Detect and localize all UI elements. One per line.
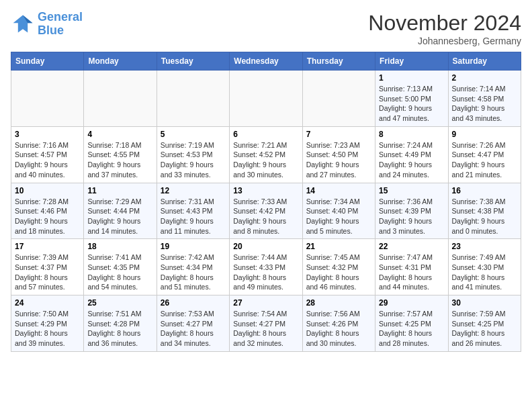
day-number: 6 (233, 130, 298, 139)
day-number: 25 (87, 298, 152, 308)
calendar-cell: 21Sunrise: 7:45 AM Sunset: 4:32 PM Dayli… (302, 239, 375, 295)
calendar-cell: 29Sunrise: 7:57 AM Sunset: 4:25 PM Dayli… (375, 295, 448, 352)
day-info: Sunrise: 7:23 AM Sunset: 4:50 PM Dayligh… (306, 140, 371, 180)
header-saturday: Saturday (448, 52, 521, 71)
calendar-cell (157, 71, 229, 127)
calendar-cell: 28Sunrise: 7:56 AM Sunset: 4:26 PM Dayli… (302, 295, 375, 352)
day-number: 8 (379, 130, 444, 139)
calendar-cell: 18Sunrise: 7:41 AM Sunset: 4:35 PM Dayli… (84, 239, 157, 295)
header-wednesday: Wednesday (230, 52, 302, 71)
calendar-cell: 14Sunrise: 7:34 AM Sunset: 4:40 PM Dayli… (302, 183, 375, 239)
calendar-table: SundayMondayTuesdayWednesdayThursdayFrid… (11, 52, 521, 352)
day-info: Sunrise: 7:26 AM Sunset: 4:47 PM Dayligh… (452, 140, 517, 180)
calendar-cell: 15Sunrise: 7:36 AM Sunset: 4:39 PM Dayli… (375, 183, 448, 239)
logo: General Blue (11, 11, 83, 38)
calendar-cell: 13Sunrise: 7:33 AM Sunset: 4:42 PM Dayli… (230, 183, 302, 239)
calendar-cell: 3Sunrise: 7:16 AM Sunset: 4:57 PM Daylig… (11, 126, 84, 183)
logo-text: General Blue (38, 11, 83, 38)
day-number: 30 (452, 298, 517, 308)
svg-marker-0 (13, 15, 33, 32)
day-number: 15 (379, 186, 444, 195)
day-info: Sunrise: 7:38 AM Sunset: 4:38 PM Dayligh… (452, 197, 517, 236)
day-number: 21 (306, 242, 371, 251)
day-info: Sunrise: 7:18 AM Sunset: 4:55 PM Dayligh… (87, 140, 152, 180)
calendar-cell: 4Sunrise: 7:18 AM Sunset: 4:55 PM Daylig… (84, 126, 157, 183)
calendar-week-5: 24Sunrise: 7:50 AM Sunset: 4:29 PM Dayli… (11, 295, 521, 352)
day-info: Sunrise: 7:59 AM Sunset: 4:25 PM Dayligh… (452, 309, 517, 349)
day-info: Sunrise: 7:54 AM Sunset: 4:27 PM Dayligh… (233, 309, 298, 349)
day-info: Sunrise: 7:51 AM Sunset: 4:28 PM Dayligh… (87, 309, 152, 349)
calendar-cell: 17Sunrise: 7:39 AM Sunset: 4:37 PM Dayli… (11, 239, 84, 295)
day-info: Sunrise: 7:31 AM Sunset: 4:43 PM Dayligh… (161, 197, 226, 236)
header-thursday: Thursday (302, 52, 375, 71)
day-number: 10 (15, 186, 80, 195)
day-info: Sunrise: 7:29 AM Sunset: 4:44 PM Dayligh… (87, 197, 152, 236)
calendar-cell: 1Sunrise: 7:13 AM Sunset: 5:00 PM Daylig… (375, 71, 448, 127)
day-number: 14 (306, 186, 371, 195)
month-title: November 2024 (368, 11, 521, 36)
calendar-cell: 8Sunrise: 7:24 AM Sunset: 4:49 PM Daylig… (375, 126, 448, 183)
calendar-cell: 30Sunrise: 7:59 AM Sunset: 4:25 PM Dayli… (448, 295, 521, 352)
day-number: 29 (379, 298, 444, 308)
day-info: Sunrise: 7:34 AM Sunset: 4:40 PM Dayligh… (306, 197, 371, 236)
day-info: Sunrise: 7:45 AM Sunset: 4:32 PM Dayligh… (306, 253, 371, 292)
day-number: 16 (452, 186, 517, 195)
day-number: 18 (87, 242, 152, 251)
day-info: Sunrise: 7:47 AM Sunset: 4:31 PM Dayligh… (379, 253, 444, 292)
day-info: Sunrise: 7:19 AM Sunset: 4:53 PM Dayligh… (161, 140, 226, 180)
calendar-cell: 12Sunrise: 7:31 AM Sunset: 4:43 PM Dayli… (157, 183, 229, 239)
day-info: Sunrise: 7:36 AM Sunset: 4:39 PM Dayligh… (379, 197, 444, 236)
day-info: Sunrise: 7:56 AM Sunset: 4:26 PM Dayligh… (306, 309, 371, 349)
day-number: 27 (233, 298, 298, 308)
day-number: 12 (161, 186, 226, 195)
calendar-cell: 20Sunrise: 7:44 AM Sunset: 4:33 PM Dayli… (230, 239, 302, 295)
day-number: 23 (452, 242, 517, 251)
day-number: 24 (15, 298, 80, 308)
calendar-week-1: 1Sunrise: 7:13 AM Sunset: 5:00 PM Daylig… (11, 71, 521, 127)
day-info: Sunrise: 7:49 AM Sunset: 4:30 PM Dayligh… (452, 253, 517, 292)
header-sunday: Sunday (11, 52, 84, 71)
calendar-cell: 9Sunrise: 7:26 AM Sunset: 4:47 PM Daylig… (448, 126, 521, 183)
day-info: Sunrise: 7:39 AM Sunset: 4:37 PM Dayligh… (15, 253, 80, 292)
day-number: 9 (452, 130, 517, 139)
title-block: November 2024 Johannesberg, Germany (368, 11, 521, 46)
day-info: Sunrise: 7:13 AM Sunset: 5:00 PM Dayligh… (379, 84, 444, 124)
day-info: Sunrise: 7:53 AM Sunset: 4:27 PM Dayligh… (161, 309, 226, 349)
calendar-week-2: 3Sunrise: 7:16 AM Sunset: 4:57 PM Daylig… (11, 126, 521, 183)
calendar-cell (230, 71, 302, 127)
day-number: 26 (161, 298, 226, 308)
calendar-cell (84, 71, 157, 127)
header-tuesday: Tuesday (157, 52, 229, 71)
calendar-cell: 27Sunrise: 7:54 AM Sunset: 4:27 PM Dayli… (230, 295, 302, 352)
calendar-cell: 16Sunrise: 7:38 AM Sunset: 4:38 PM Dayli… (448, 183, 521, 239)
calendar-cell: 25Sunrise: 7:51 AM Sunset: 4:28 PM Dayli… (84, 295, 157, 352)
day-number: 4 (87, 130, 152, 139)
calendar-cell: 19Sunrise: 7:42 AM Sunset: 4:34 PM Dayli… (157, 239, 229, 295)
calendar-cell: 26Sunrise: 7:53 AM Sunset: 4:27 PM Dayli… (157, 295, 229, 352)
page-header: General Blue November 2024 Johannesberg,… (11, 11, 521, 46)
day-info: Sunrise: 7:42 AM Sunset: 4:34 PM Dayligh… (161, 253, 226, 292)
day-info: Sunrise: 7:44 AM Sunset: 4:33 PM Dayligh… (233, 253, 298, 292)
day-info: Sunrise: 7:24 AM Sunset: 4:49 PM Dayligh… (379, 140, 444, 180)
header-friday: Friday (375, 52, 448, 71)
day-number: 5 (161, 130, 226, 139)
day-info: Sunrise: 7:21 AM Sunset: 4:52 PM Dayligh… (233, 140, 298, 180)
calendar-week-4: 17Sunrise: 7:39 AM Sunset: 4:37 PM Dayli… (11, 239, 521, 295)
day-number: 28 (306, 298, 371, 308)
day-number: 20 (233, 242, 298, 251)
calendar-cell: 24Sunrise: 7:50 AM Sunset: 4:29 PM Dayli… (11, 295, 84, 352)
day-info: Sunrise: 7:28 AM Sunset: 4:46 PM Dayligh… (15, 197, 80, 236)
calendar-cell: 6Sunrise: 7:21 AM Sunset: 4:52 PM Daylig… (230, 126, 302, 183)
calendar-cell: 10Sunrise: 7:28 AM Sunset: 4:46 PM Dayli… (11, 183, 84, 239)
calendar-cell: 22Sunrise: 7:47 AM Sunset: 4:31 PM Dayli… (375, 239, 448, 295)
calendar-week-3: 10Sunrise: 7:28 AM Sunset: 4:46 PM Dayli… (11, 183, 521, 239)
day-number: 1 (379, 73, 444, 83)
day-number: 13 (233, 186, 298, 195)
day-info: Sunrise: 7:41 AM Sunset: 4:35 PM Dayligh… (87, 253, 152, 292)
calendar-cell: 7Sunrise: 7:23 AM Sunset: 4:50 PM Daylig… (302, 126, 375, 183)
day-number: 22 (379, 242, 444, 251)
day-info: Sunrise: 7:16 AM Sunset: 4:57 PM Dayligh… (15, 140, 80, 180)
day-info: Sunrise: 7:50 AM Sunset: 4:29 PM Dayligh… (15, 309, 80, 349)
calendar-header-row: SundayMondayTuesdayWednesdayThursdayFrid… (11, 52, 521, 71)
day-number: 7 (306, 130, 371, 139)
